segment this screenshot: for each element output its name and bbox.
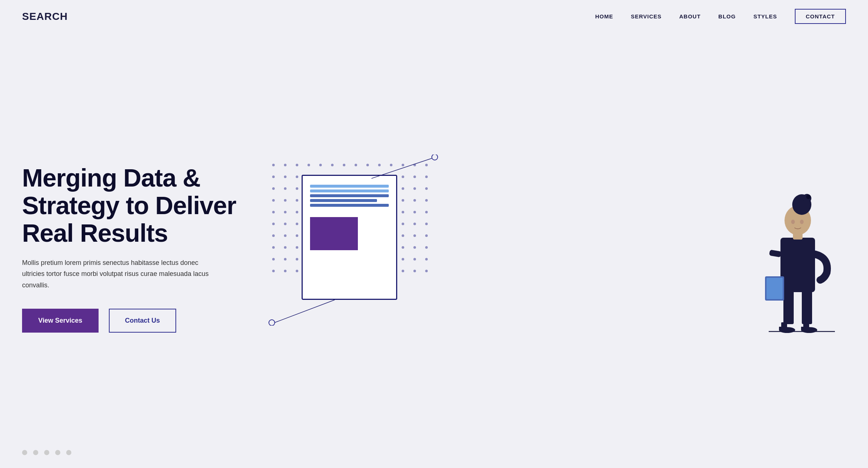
svg-point-23 — [800, 220, 804, 224]
svg-rect-12 — [802, 287, 812, 324]
grid-dot — [296, 270, 298, 272]
card-container — [302, 175, 397, 300]
page-dot-1[interactable] — [22, 450, 27, 455]
grid-dot — [284, 187, 287, 190]
grid-dot — [272, 246, 275, 249]
grid-dot — [402, 199, 404, 202]
grid-dot — [402, 211, 404, 213]
grid-dot — [366, 164, 369, 166]
svg-rect-13 — [780, 238, 815, 292]
page-dot-2[interactable] — [33, 450, 38, 455]
connector-bottom-line — [268, 296, 342, 326]
card-line-2 — [310, 189, 389, 192]
main-card — [302, 175, 397, 300]
grid-dot — [296, 164, 298, 166]
svg-line-0 — [371, 158, 432, 178]
grid-dot — [425, 223, 428, 225]
grid-dot — [272, 199, 275, 202]
grid-dot — [284, 164, 287, 166]
grid-dot — [355, 164, 357, 166]
hero-buttons: View Services Contact Us — [22, 309, 250, 333]
svg-point-3 — [269, 320, 275, 326]
hero-title: Merging Data & Strategy to Deliver Real … — [22, 164, 250, 247]
grid-dot — [296, 234, 298, 237]
grid-dot — [284, 223, 287, 225]
grid-dot — [425, 270, 428, 272]
card-rectangle — [310, 217, 358, 250]
grid-dot — [284, 176, 287, 178]
grid-dot — [284, 199, 287, 202]
grid-dot — [296, 176, 298, 178]
nav-links: HOME SERVICES ABOUT BLOG STYLES CONTACT — [595, 9, 846, 24]
contact-us-button[interactable]: Contact Us — [109, 309, 176, 333]
svg-rect-14 — [769, 249, 782, 257]
grid-dot — [284, 258, 287, 260]
svg-rect-16 — [766, 278, 783, 299]
grid-dot — [413, 187, 416, 190]
svg-point-21 — [806, 195, 811, 199]
grid-dot — [272, 187, 275, 190]
grid-dot — [425, 258, 428, 260]
view-services-button[interactable]: View Services — [22, 309, 99, 333]
grid-dot — [402, 234, 404, 237]
grid-dot — [296, 258, 298, 260]
svg-point-1 — [432, 155, 438, 160]
grid-dot — [296, 199, 298, 202]
hero-subtitle: Mollis pretium lorem primis senectus hab… — [22, 257, 213, 291]
grid-dot — [425, 234, 428, 237]
grid-dot — [402, 187, 404, 190]
navbar: SEARCH HOME SERVICES ABOUT BLOG STYLES C… — [0, 0, 868, 33]
nav-about[interactable]: ABOUT — [679, 13, 701, 20]
site-logo[interactable]: SEARCH — [22, 11, 68, 22]
hero-illustration: // Will be rendered by inline script bel… — [250, 153, 846, 344]
grid-dot — [413, 258, 416, 260]
card-line-5 — [310, 204, 389, 207]
card-lines — [310, 185, 389, 207]
grid-dot — [272, 223, 275, 225]
page-dot-3[interactable] — [44, 450, 49, 455]
page-dot-4[interactable] — [55, 450, 60, 455]
nav-styles[interactable]: STYLES — [753, 13, 777, 20]
card-line-1 — [310, 185, 389, 188]
grid-dot — [402, 223, 404, 225]
grid-dot — [402, 246, 404, 249]
grid-dot — [331, 164, 334, 166]
svg-rect-11 — [783, 287, 794, 324]
grid-dot — [425, 187, 428, 190]
svg-rect-7 — [779, 327, 783, 330]
grid-dot — [413, 199, 416, 202]
grid-dot — [402, 258, 404, 260]
svg-line-2 — [274, 300, 335, 323]
nav-home[interactable]: HOME — [595, 13, 613, 20]
svg-rect-10 — [801, 327, 805, 330]
grid-dot — [413, 270, 416, 272]
grid-dot — [425, 211, 428, 213]
svg-point-22 — [791, 220, 795, 224]
grid-dot — [272, 258, 275, 260]
page-dot-5[interactable] — [66, 450, 71, 455]
grid-dot — [272, 211, 275, 213]
woman-figure — [765, 170, 839, 340]
grid-dot — [284, 246, 287, 249]
grid-dot — [319, 164, 322, 166]
grid-dot — [296, 187, 298, 190]
grid-dot — [296, 223, 298, 225]
grid-dot — [296, 211, 298, 213]
card-line-4 — [310, 199, 377, 202]
grid-dot — [272, 234, 275, 237]
hero-section: Merging Data & Strategy to Deliver Real … — [0, 33, 868, 464]
nav-blog[interactable]: BLOG — [718, 13, 736, 20]
pagination-dots — [22, 450, 71, 455]
grid-dot — [284, 234, 287, 237]
grid-dot — [413, 234, 416, 237]
grid-dot — [272, 164, 275, 166]
grid-dot — [272, 176, 275, 178]
nav-contact[interactable]: CONTACT — [795, 9, 846, 24]
grid-dot — [413, 211, 416, 213]
woman-svg — [765, 170, 839, 339]
connector-top-line — [371, 155, 445, 180]
grid-dot — [425, 246, 428, 249]
grid-dot — [284, 211, 287, 213]
nav-services[interactable]: SERVICES — [631, 13, 662, 20]
grid-dot — [343, 164, 345, 166]
